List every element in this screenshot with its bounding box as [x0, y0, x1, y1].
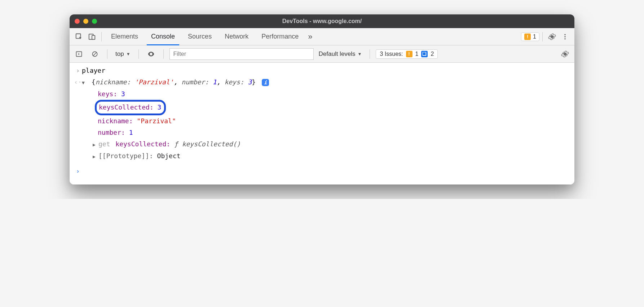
- inspect-icon[interactable]: [72, 30, 85, 43]
- issues-info-count: 2: [431, 51, 434, 57]
- object-property: number: 1: [70, 127, 574, 138]
- context-label: top: [115, 50, 124, 58]
- disclosure-icon[interactable]: [93, 141, 98, 146]
- console-input-line: › player: [70, 65, 574, 76]
- prop-value: 1: [129, 129, 133, 136]
- window-titlebar: DevTools - www.google.com/: [70, 14, 574, 28]
- object-property: keys: 3: [70, 88, 574, 100]
- svg-point-3: [551, 36, 553, 38]
- object-prototype[interactable]: [[Prototype]]: Object: [70, 150, 574, 162]
- prop-key: keysCollected: [99, 103, 150, 111]
- settings-icon[interactable]: [546, 30, 559, 43]
- prop-key: nickname: [98, 117, 129, 125]
- divider: [542, 32, 543, 41]
- svg-rect-2: [92, 35, 95, 39]
- console-toolbar: top ▼ Default levels ▼ 3 Issues: ! 1 ❑ 2: [70, 45, 574, 63]
- tab-network[interactable]: Network: [218, 28, 255, 45]
- info-badge-icon[interactable]: i: [262, 79, 269, 86]
- console-body: › player ‹· {nickname: 'Parzival', numbe…: [70, 63, 574, 184]
- dropdown-icon: ▼: [358, 52, 362, 57]
- warning-icon: !: [524, 34, 531, 40]
- output-marker-icon: ‹·: [74, 76, 82, 88]
- live-expression-icon[interactable]: [145, 48, 158, 61]
- summary-key: keys:: [224, 78, 244, 86]
- window-title: DevTools - www.google.com/: [70, 18, 574, 25]
- summary-value: 1: [213, 78, 217, 86]
- divider: [138, 49, 139, 59]
- divider: [163, 49, 164, 59]
- input-marker-icon: ›: [74, 65, 82, 76]
- maximize-icon[interactable]: [92, 19, 97, 24]
- prop-value: "Parzival": [137, 117, 176, 125]
- kebab-menu-icon[interactable]: [559, 30, 572, 43]
- more-tabs-icon[interactable]: »: [305, 32, 315, 41]
- log-levels-select[interactable]: Default levels ▼: [317, 50, 364, 58]
- prompt-marker-icon: ›: [74, 165, 82, 177]
- toggle-sidebar-icon[interactable]: [72, 48, 85, 61]
- proto-value: Object: [157, 152, 181, 160]
- main-toolbar: Elements Console Sources Network Perform…: [70, 28, 574, 45]
- svg-point-6: [564, 38, 565, 39]
- disclosure-icon[interactable]: [82, 79, 87, 84]
- console-prompt-line[interactable]: ›: [70, 165, 574, 177]
- object-property: nickname: "Parzival": [70, 115, 574, 127]
- info-icon: ❑: [421, 51, 428, 57]
- device-toolbar-icon[interactable]: [85, 30, 98, 43]
- warnings-badge[interactable]: ! 1: [521, 32, 539, 41]
- svg-point-10: [150, 53, 152, 55]
- console-input-text: player: [82, 65, 570, 76]
- warning-count: 1: [533, 34, 536, 40]
- tab-performance[interactable]: Performance: [255, 28, 305, 45]
- issues-label: 3 Issues:: [380, 51, 403, 57]
- tab-console[interactable]: Console: [145, 28, 181, 45]
- clear-console-icon[interactable]: [88, 48, 101, 61]
- levels-label: Default levels: [319, 50, 356, 58]
- object-summary[interactable]: {nickname: 'Parzival', number: 1, keys: …: [82, 76, 570, 88]
- traffic-lights: [75, 19, 97, 24]
- tab-sources[interactable]: Sources: [181, 28, 218, 45]
- prop-key: keys: [98, 90, 113, 98]
- tab-elements[interactable]: Elements: [105, 28, 145, 45]
- issues-button[interactable]: 3 Issues: ! 1 ❑ 2: [376, 49, 438, 59]
- object-property-highlighted: keysCollected: 3: [70, 100, 574, 115]
- object-getter[interactable]: get keysCollected: ƒ keysCollected(): [70, 138, 574, 150]
- highlight-annotation: keysCollected: 3: [95, 100, 166, 115]
- getter-name: keysCollected: [115, 140, 166, 148]
- proto-key: [[Prototype]]: [98, 152, 149, 160]
- disclosure-icon[interactable]: [93, 152, 98, 157]
- prop-key: number: [98, 129, 121, 136]
- summary-value: 'Parzival': [134, 78, 173, 86]
- svg-point-11: [564, 53, 566, 55]
- svg-point-4: [564, 34, 565, 35]
- svg-line-9: [93, 52, 97, 56]
- prop-value: 3: [158, 103, 162, 111]
- warning-icon: !: [406, 51, 413, 57]
- divider: [370, 49, 370, 59]
- close-icon[interactable]: [75, 19, 80, 24]
- getter-function: keysCollected(): [182, 140, 241, 148]
- prop-value: 3: [121, 90, 125, 98]
- minimize-icon[interactable]: [83, 19, 88, 24]
- console-settings-icon[interactable]: [559, 48, 572, 61]
- dropdown-icon: ▼: [126, 52, 131, 57]
- devtools-window: DevTools - www.google.com/ Elements Cons…: [70, 14, 574, 184]
- svg-point-5: [564, 36, 565, 37]
- divider: [101, 32, 102, 41]
- summary-key: nickname:: [96, 78, 131, 86]
- summary-value: 3: [248, 78, 252, 86]
- filter-input[interactable]: [169, 48, 314, 60]
- summary-key: number:: [181, 78, 209, 86]
- getter-keyword: get: [98, 140, 110, 148]
- issues-warn-count: 1: [415, 51, 419, 57]
- divider: [107, 49, 107, 59]
- execution-context-select[interactable]: top ▼: [113, 50, 133, 58]
- console-output-line: ‹· {nickname: 'Parzival', number: 1, key…: [70, 76, 574, 88]
